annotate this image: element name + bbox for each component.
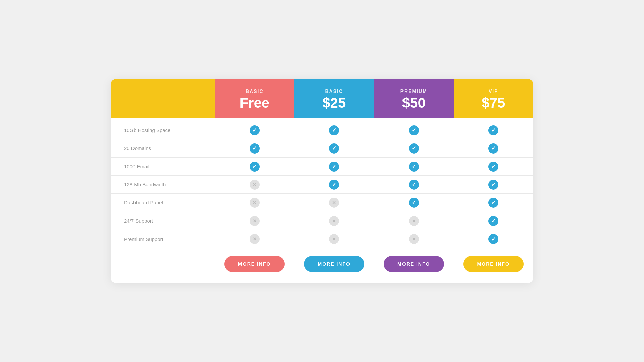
cross-icon [329, 198, 339, 208]
feature-cell-2-2 [374, 162, 454, 172]
feature-cell-0-3 [454, 125, 534, 135]
check-icon [488, 216, 498, 226]
feature-cell-3-0 [215, 180, 294, 190]
feature-row: 20 Domains [111, 139, 533, 158]
cross-icon [250, 180, 260, 190]
feature-cell-4-0 [215, 198, 294, 208]
feature-cell-5-3 [454, 216, 534, 226]
check-icon [488, 198, 498, 208]
feature-cell-6-3 [454, 234, 534, 244]
check-icon [488, 180, 498, 190]
feature-row: 24/7 Support [111, 212, 533, 230]
check-icon [488, 162, 498, 172]
check-icon [329, 143, 339, 154]
cross-icon [409, 234, 419, 244]
check-icon [409, 180, 419, 190]
feature-name-1: 20 Domains [111, 145, 215, 151]
header-plan-premium: PREMIUM $50 [374, 79, 454, 118]
header-label-spacer [111, 79, 215, 118]
check-icon [488, 125, 498, 135]
plan-tier-basic-paid: BASIC [325, 88, 343, 94]
feature-row: 10Gb Hosting Space [111, 121, 533, 139]
feature-name-2: 1000 Email [111, 164, 215, 169]
feature-cell-0-0 [215, 125, 294, 135]
more-info-button-premium[interactable]: MORE INFO [384, 256, 444, 272]
plan-price-basic-free: Free [239, 96, 269, 110]
check-icon [329, 125, 339, 135]
feature-name-0: 10Gb Hosting Space [111, 127, 215, 133]
header-plan-basic-paid: BASIC $25 [294, 79, 374, 118]
plan-price-basic-paid: $25 [322, 96, 346, 110]
check-icon [250, 162, 260, 172]
feature-cell-6-1 [294, 234, 374, 244]
plan-price-premium: $50 [402, 96, 426, 110]
feature-name-4: Dashboard Panel [111, 200, 215, 205]
more-info-button-basic-free[interactable]: MORE INFO [224, 256, 285, 272]
btn-cell-vip: MORE INFO [454, 256, 534, 272]
check-icon [250, 143, 260, 154]
feature-cell-1-2 [374, 143, 454, 154]
feature-cell-2-0 [215, 162, 294, 172]
pricing-card: BASIC Free BASIC $25 PREMIUM $50 VIP $75… [111, 79, 533, 283]
feature-cell-2-1 [294, 162, 374, 172]
check-icon [488, 234, 498, 244]
feature-cell-3-3 [454, 180, 534, 190]
plan-price-vip: $75 [482, 96, 505, 110]
btn-cell-basic-free: MORE INFO [215, 256, 294, 272]
features-section: 10Gb Hosting Space20 Domains1000 Email12… [111, 118, 533, 248]
feature-name-3: 128 Mb Bandwidth [111, 182, 215, 187]
feature-cell-4-1 [294, 198, 374, 208]
feature-cell-2-3 [454, 162, 534, 172]
feature-cell-1-3 [454, 143, 534, 154]
feature-cell-3-1 [294, 180, 374, 190]
plan-tier-premium: PREMIUM [400, 88, 427, 94]
feature-cell-5-0 [215, 216, 294, 226]
feature-cell-0-1 [294, 125, 374, 135]
feature-cell-4-3 [454, 198, 534, 208]
header-plan-vip: VIP $75 [454, 79, 534, 118]
check-icon [329, 180, 339, 190]
cross-icon [409, 216, 419, 226]
check-icon [409, 162, 419, 172]
feature-cell-6-2 [374, 234, 454, 244]
feature-cell-1-0 [215, 143, 294, 154]
cross-icon [250, 198, 260, 208]
cross-icon [250, 216, 260, 226]
cross-icon [250, 234, 260, 244]
feature-row: 128 Mb Bandwidth [111, 176, 533, 194]
header-plan-basic-free: BASIC Free [215, 79, 294, 118]
btn-cell-basic-paid: MORE INFO [294, 256, 374, 272]
feature-row: Dashboard Panel [111, 194, 533, 212]
feature-cell-3-2 [374, 180, 454, 190]
check-icon [409, 125, 419, 135]
buttons-row: MORE INFOMORE INFOMORE INFOMORE INFO [111, 248, 533, 283]
feature-cell-4-2 [374, 198, 454, 208]
plan-tier-basic-free: BASIC [246, 88, 264, 94]
feature-cell-5-1 [294, 216, 374, 226]
check-icon [409, 143, 419, 154]
check-icon [329, 162, 339, 172]
feature-cell-5-2 [374, 216, 454, 226]
feature-cell-0-2 [374, 125, 454, 135]
feature-cell-1-1 [294, 143, 374, 154]
check-icon [488, 143, 498, 154]
feature-row: 1000 Email [111, 158, 533, 176]
header-row: BASIC Free BASIC $25 PREMIUM $50 VIP $75 [111, 79, 533, 118]
more-info-button-vip[interactable]: MORE INFO [463, 256, 524, 272]
feature-name-5: 24/7 Support [111, 218, 215, 224]
btn-cell-premium: MORE INFO [374, 256, 454, 272]
feature-cell-6-0 [215, 234, 294, 244]
cross-icon [329, 234, 339, 244]
check-icon [409, 198, 419, 208]
check-icon [250, 125, 260, 135]
plan-tier-vip: VIP [489, 88, 498, 94]
cross-icon [329, 216, 339, 226]
feature-row: Premium Support [111, 230, 533, 248]
feature-name-6: Premium Support [111, 236, 215, 242]
more-info-button-basic-paid[interactable]: MORE INFO [304, 256, 364, 272]
